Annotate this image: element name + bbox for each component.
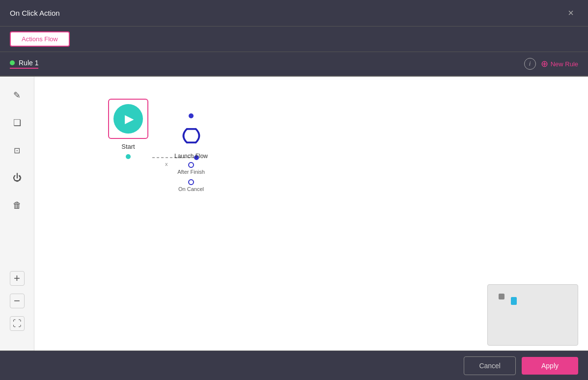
launch-input-dot[interactable] xyxy=(189,113,194,118)
play-icon: ▶ xyxy=(125,112,134,126)
start-node-label: Start xyxy=(121,143,135,150)
launch-flow-node[interactable]: Launch Flow After Finish On Cancel xyxy=(174,113,208,192)
delete-tool-button[interactable]: 🗑 xyxy=(8,196,26,214)
rule-status-dot xyxy=(10,60,15,65)
cancel-button[interactable]: Cancel xyxy=(464,356,516,375)
sidebar-tools: ✎ ❏ ⊡ ⏻ 🗑 + − xyxy=(0,77,34,351)
modal-footer: Cancel Apply xyxy=(0,351,588,380)
mini-launch-node xyxy=(511,297,517,305)
start-node-box: ▶ xyxy=(108,99,148,139)
power-tool-button[interactable]: ⏻ xyxy=(8,169,26,187)
edit-icon: ✎ xyxy=(13,90,21,101)
on-cancel-output: On Cancel xyxy=(178,179,204,192)
tab-bar: Actions Flow xyxy=(0,27,588,52)
tools-bottom: + − ⛶ xyxy=(10,271,25,341)
after-finish-label: After Finish xyxy=(177,169,205,175)
zoom-in-icon: + xyxy=(14,272,20,285)
actions-flow-tab[interactable]: Actions Flow xyxy=(10,31,70,47)
zoom-in-button[interactable]: + xyxy=(10,271,25,286)
rule-label-container: Rule 1 xyxy=(10,59,38,69)
plus-icon: ⊕ xyxy=(541,58,548,69)
edit-tool-button[interactable]: ✎ xyxy=(8,86,26,104)
start-output-dot[interactable] xyxy=(126,154,131,159)
modal-header: On Click Action × xyxy=(0,0,588,27)
save-tool-button[interactable]: ⊡ xyxy=(8,141,26,159)
mini-map-inner xyxy=(488,285,578,345)
start-node[interactable]: ▶ Start xyxy=(108,99,148,159)
rule-bar: Rule 1 i ⊕ New Rule xyxy=(0,52,588,77)
power-icon: ⏻ xyxy=(13,173,22,183)
save-icon: ⊡ xyxy=(14,146,20,155)
svg-text:x: x xyxy=(165,161,168,167)
new-rule-label: New Rule xyxy=(551,60,578,68)
zoom-out-icon: − xyxy=(14,295,20,307)
after-finish-dot[interactable] xyxy=(188,162,194,168)
modal-title: On Click Action xyxy=(10,9,60,17)
modal: On Click Action × Actions Flow Rule 1 i … xyxy=(0,0,588,380)
apply-button[interactable]: Apply xyxy=(522,357,578,375)
after-finish-output: After Finish xyxy=(177,162,205,175)
tools-top: ✎ ❏ ⊡ ⏻ 🗑 xyxy=(8,86,26,214)
rule-name: Rule 1 xyxy=(19,59,38,67)
copy-icon: ❏ xyxy=(13,117,21,128)
launch-flow-label: Launch Flow xyxy=(174,153,208,160)
launch-flow-icon xyxy=(176,121,206,150)
start-circle: ▶ xyxy=(113,104,143,134)
on-cancel-label: On Cancel xyxy=(178,186,204,192)
close-button[interactable]: × xyxy=(563,6,578,21)
fit-icon: ⛶ xyxy=(13,319,22,329)
zoom-out-button[interactable]: − xyxy=(10,294,25,308)
fit-button[interactable]: ⛶ xyxy=(10,316,25,331)
copy-tool-button[interactable]: ❏ xyxy=(8,114,26,132)
on-cancel-dot[interactable] xyxy=(188,179,194,185)
canvas-wrapper: ✎ ❏ ⊡ ⏻ 🗑 + − xyxy=(0,77,588,351)
rule-actions: i ⊕ New Rule xyxy=(524,58,578,70)
delete-icon: 🗑 xyxy=(13,200,22,211)
flow-canvas[interactable]: ▶ Start x xyxy=(34,77,588,351)
info-button[interactable]: i xyxy=(524,58,536,70)
mini-start-node xyxy=(499,294,504,299)
new-rule-button[interactable]: ⊕ New Rule xyxy=(541,58,578,69)
mini-map xyxy=(487,284,578,346)
